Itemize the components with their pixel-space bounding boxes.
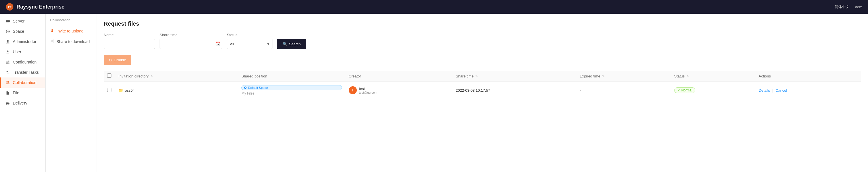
space-icon bbox=[5, 29, 10, 34]
layout: Server Space Administrator User Configur bbox=[0, 14, 868, 172]
svg-point-19 bbox=[53, 40, 54, 41]
table-header: Invitation directory ⇅ Shared position C… bbox=[104, 71, 861, 82]
sidebar-item-delivery[interactable]: Delivery bbox=[0, 98, 45, 108]
td-shared-position: Default Space My Files bbox=[238, 82, 345, 99]
actions-bar: ⊘ Disable bbox=[104, 55, 861, 65]
th-actions: Actions bbox=[755, 71, 861, 82]
th-share-time[interactable]: Share time ⇅ bbox=[452, 71, 576, 82]
sidebar-label-configuration: Configuration bbox=[13, 60, 36, 64]
upload-icon bbox=[50, 29, 54, 33]
sort-icon-status: ⇅ bbox=[686, 75, 689, 78]
th-status[interactable]: Status ⇅ bbox=[671, 71, 755, 82]
folder-icon: 📁 bbox=[119, 88, 123, 93]
th-expired-time-label: Expired time bbox=[580, 74, 600, 78]
th-actions-label: Actions bbox=[758, 74, 771, 78]
sidebar-label-delivery: Delivery bbox=[13, 101, 27, 105]
svg-point-17 bbox=[8, 104, 9, 105]
topbar: Raysync Enterprise 简体中文 adm bbox=[0, 0, 868, 14]
sidebar-item-administrator[interactable]: Administrator bbox=[0, 36, 45, 47]
search-icon: 🔍 bbox=[283, 42, 287, 46]
calendar-icon[interactable]: 📅 bbox=[215, 42, 220, 46]
svg-point-12 bbox=[6, 62, 7, 63]
chevron-down-icon: ▾ bbox=[267, 42, 269, 46]
shared-position-sub: My Files bbox=[241, 92, 342, 95]
svg-point-15 bbox=[8, 81, 9, 82]
filter-bar: Name Share time → 📅 Status All ▾ bbox=[104, 33, 861, 49]
creator-name: test bbox=[359, 87, 378, 91]
sub-sidebar-item-invite-to-upload[interactable]: Invite to upload bbox=[45, 26, 97, 36]
th-shared-position-label: Shared position bbox=[241, 74, 267, 78]
page-title: Request files bbox=[104, 21, 861, 27]
search-button[interactable]: 🔍 Search bbox=[277, 39, 306, 49]
th-invitation-directory-label: Invitation directory bbox=[119, 74, 149, 78]
svg-point-11 bbox=[8, 61, 8, 62]
details-link[interactable]: Details bbox=[758, 88, 770, 93]
svg-point-21 bbox=[53, 42, 54, 43]
sidebar-label-server: Server bbox=[13, 19, 25, 23]
creator-email: test@qq.com bbox=[359, 91, 378, 94]
date-from-input[interactable] bbox=[163, 42, 186, 46]
th-expired-time[interactable]: Expired time ⇅ bbox=[576, 71, 671, 82]
sidebar: Server Space Administrator User Configur bbox=[0, 14, 45, 172]
disable-button[interactable]: ⊘ Disable bbox=[104, 55, 131, 65]
cancel-link[interactable]: Cancel bbox=[775, 88, 787, 93]
status-badge: ✓ Normal bbox=[674, 88, 695, 93]
sidebar-label-collaboration: Collaboration bbox=[13, 80, 36, 85]
row-checkbox[interactable] bbox=[107, 88, 112, 92]
svg-point-16 bbox=[6, 104, 7, 105]
sidebar-item-user[interactable]: User bbox=[0, 47, 45, 57]
td-actions: Details | Cancel bbox=[755, 82, 861, 99]
sidebar-item-collaboration[interactable]: Collaboration bbox=[0, 77, 45, 88]
status-select[interactable]: All ▾ bbox=[227, 39, 272, 49]
config-icon bbox=[5, 60, 10, 64]
th-status-label: Status bbox=[674, 74, 685, 78]
table-row: 📁 oss54 Default Space My Files bbox=[104, 82, 861, 99]
action-separator: | bbox=[772, 88, 773, 93]
user-menu[interactable]: adm bbox=[855, 5, 862, 9]
search-button-label: Search bbox=[289, 42, 301, 46]
status-value: Normal bbox=[681, 88, 692, 92]
sort-icon-directory: ⇅ bbox=[151, 75, 153, 78]
th-creator-label: Creator bbox=[349, 74, 361, 78]
default-space-label: Default Space bbox=[248, 86, 268, 90]
date-to-input[interactable] bbox=[191, 42, 214, 46]
admin-icon bbox=[5, 39, 10, 44]
sidebar-item-configuration[interactable]: Configuration bbox=[0, 57, 45, 67]
sort-icon-expired-time: ⇅ bbox=[602, 75, 604, 78]
svg-point-7 bbox=[7, 50, 8, 52]
app-title: Raysync Enterprise bbox=[17, 4, 64, 10]
sidebar-label-file: File bbox=[13, 91, 20, 95]
share-time-label: Share time bbox=[160, 33, 222, 37]
td-select bbox=[104, 82, 115, 99]
table-body: 📁 oss54 Default Space My Files bbox=[104, 82, 861, 99]
name-input[interactable] bbox=[104, 39, 155, 49]
svg-point-14 bbox=[6, 81, 8, 82]
collab-icon bbox=[5, 80, 10, 85]
sort-icon-share-time: ⇅ bbox=[475, 75, 477, 78]
td-share-time: 2022-03-03 10:17:57 bbox=[452, 82, 576, 99]
topbar-right: 简体中文 adm bbox=[835, 4, 862, 9]
sub-sidebar: Collaboration Invite to upload Share to … bbox=[45, 14, 97, 172]
name-filter-group: Name bbox=[104, 33, 155, 49]
td-invitation-directory: 📁 oss54 bbox=[115, 82, 238, 99]
sidebar-item-space[interactable]: Space bbox=[0, 26, 45, 36]
svg-point-4 bbox=[9, 21, 9, 22]
server-icon bbox=[5, 19, 10, 23]
topbar-left: Raysync Enterprise bbox=[6, 3, 64, 11]
sidebar-item-file[interactable]: File bbox=[0, 88, 45, 98]
th-invitation-directory[interactable]: Invitation directory ⇅ bbox=[115, 71, 238, 82]
creator-avatar: T bbox=[349, 86, 357, 94]
sidebar-item-transfer-tasks[interactable]: Transfer Tasks bbox=[0, 67, 45, 77]
th-share-time-label: Share time bbox=[456, 74, 474, 78]
select-all-checkbox[interactable] bbox=[107, 73, 112, 78]
language-selector[interactable]: 简体中文 bbox=[835, 4, 849, 9]
sidebar-label-administrator: Administrator bbox=[13, 39, 36, 44]
th-select bbox=[104, 71, 115, 82]
raysync-logo-icon bbox=[6, 3, 14, 11]
sub-sidebar-item-share-to-download[interactable]: Share to download bbox=[45, 36, 97, 47]
sidebar-item-server[interactable]: Server bbox=[0, 16, 45, 26]
check-icon: ✓ bbox=[677, 88, 680, 92]
date-range-picker[interactable]: → 📅 bbox=[160, 39, 222, 49]
files-table: Invitation directory ⇅ Shared position C… bbox=[104, 71, 861, 99]
svg-point-13 bbox=[8, 63, 8, 64]
